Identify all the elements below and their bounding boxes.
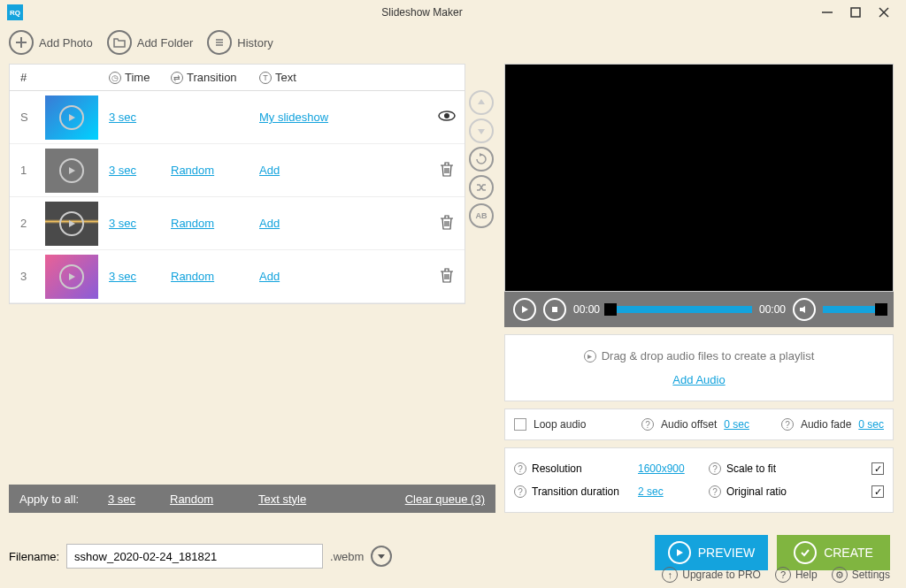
help-icon[interactable]: ? [781,418,794,431]
clear-queue-link[interactable]: Clear queue (3) [347,493,485,506]
svg-marker-14 [69,273,75,280]
help-link[interactable]: ?Help [775,567,818,583]
help-icon[interactable]: ? [514,462,526,475]
transition-icon: ⇄ [171,72,183,84]
time-total: 00:00 [759,303,786,316]
play-icon[interactable] [59,105,84,130]
history-label: History [237,36,273,50]
add-folder-label: Add Folder [137,36,194,50]
add-folder-button[interactable]: Add Folder [107,30,194,55]
transition-duration-link[interactable]: 2 sec [638,485,664,498]
visibility-icon[interactable] [438,110,456,125]
add-photo-button[interactable]: Add Photo [9,30,93,55]
stop-button[interactable] [543,298,566,321]
apply-transition-link[interactable]: Random [170,493,258,506]
delete-icon[interactable] [440,267,454,286]
minimize-button[interactable] [821,6,833,19]
create-button[interactable]: CREATE [777,535,890,570]
svg-marker-16 [478,129,485,134]
header-number: # [10,71,45,84]
svg-marker-12 [69,167,75,174]
preview-button[interactable]: PREVIEW [655,535,768,570]
gear-icon: ⚙ [832,567,848,583]
row-number: 1 [10,164,45,177]
shuffle-button[interactable] [469,175,494,200]
transition-link[interactable]: Random [171,270,214,283]
help-icon[interactable]: ? [641,418,654,431]
ratio-checkbox[interactable] [871,485,884,498]
apply-textstyle-link[interactable]: Text style [258,493,347,506]
delete-icon[interactable] [440,161,454,179]
filename-extension: .webm [330,550,364,563]
mute-button[interactable] [793,298,816,321]
filename-input[interactable] [66,544,323,569]
help-icon[interactable]: ? [514,485,526,498]
play-button[interactable] [513,298,536,321]
svg-marker-22 [677,549,683,556]
toolbar: Add Photo Add Folder History [0,25,906,60]
ab-button[interactable]: AB [469,203,494,228]
play-icon[interactable] [59,211,84,236]
rotate-button[interactable] [469,147,494,172]
scale-checkbox[interactable] [871,462,884,475]
audio-fade-link[interactable]: 0 sec [858,418,884,431]
transition-duration-label: Transition duration [532,485,619,498]
slide-thumbnail[interactable] [45,95,98,140]
svg-point-11 [444,113,449,118]
move-up-button[interactable] [469,90,494,115]
time-link[interactable]: 3 sec [109,217,136,230]
header-time[interactable]: ◷Time [109,71,171,84]
text-link[interactable]: Add [259,217,280,230]
move-down-button[interactable] [469,118,494,143]
time-link[interactable]: 3 sec [109,164,136,177]
text-link[interactable]: Add [259,164,280,177]
volume-slider[interactable] [823,306,885,313]
header-text[interactable]: TText [259,71,348,84]
time-current: 00:00 [573,303,600,316]
slide-thumbnail[interactable] [45,255,98,299]
time-link[interactable]: 3 sec [109,111,136,124]
video-preview [504,64,894,292]
loop-audio-checkbox[interactable] [514,418,526,431]
play-icon[interactable] [59,158,84,183]
text-link[interactable]: My slideshow [259,111,328,124]
slide-thumbnail[interactable] [45,202,98,246]
play-icon[interactable] [59,264,84,289]
svg-rect-19 [552,307,557,312]
plus-icon [9,30,34,55]
audio-offset-link[interactable]: 0 sec [724,418,749,431]
slide-thumbnail[interactable] [45,149,98,193]
table-row[interactable]: 2 3 sec Random Add [10,197,465,250]
row-number: 2 [10,217,45,230]
side-buttons: AB [465,64,495,304]
svg-marker-20 [800,306,805,313]
add-audio-link[interactable]: Add Audio [672,373,725,386]
svg-marker-15 [478,99,485,104]
help-icon[interactable]: ? [709,485,721,498]
table-row[interactable]: S 3 sec My slideshow [10,91,465,144]
time-link[interactable]: 3 sec [109,270,136,283]
history-button[interactable]: History [207,30,273,55]
format-dropdown[interactable] [371,546,392,567]
apply-time-link[interactable]: 3 sec [108,493,170,506]
audio-dropzone-icon: ▸ [584,350,596,363]
maximize-button[interactable] [849,6,862,19]
transition-link[interactable]: Random [171,164,214,177]
close-button[interactable] [878,6,890,19]
delete-icon[interactable] [440,214,454,233]
text-link[interactable]: Add [259,270,280,283]
table-row[interactable]: 1 3 sec Random Add [10,144,465,197]
settings-link[interactable]: ⚙Settings [832,567,890,583]
audio-drag-text: Drag & drop audio files to create a play… [602,349,815,363]
row-number: 3 [10,270,45,283]
table-row[interactable]: 3 3 sec Random Add [10,250,465,303]
upgrade-link[interactable]: ↑Upgrade to PRO [662,567,761,583]
help-icon[interactable]: ? [709,462,721,475]
transition-link[interactable]: Random [171,217,214,230]
check-icon [794,541,817,564]
header-transition[interactable]: ⇄Transition [171,71,259,84]
resolution-link[interactable]: 1600x900 [638,462,685,475]
progress-slider[interactable] [607,306,752,313]
window-title: Slideshow Maker [23,6,821,19]
folder-icon [107,30,132,55]
